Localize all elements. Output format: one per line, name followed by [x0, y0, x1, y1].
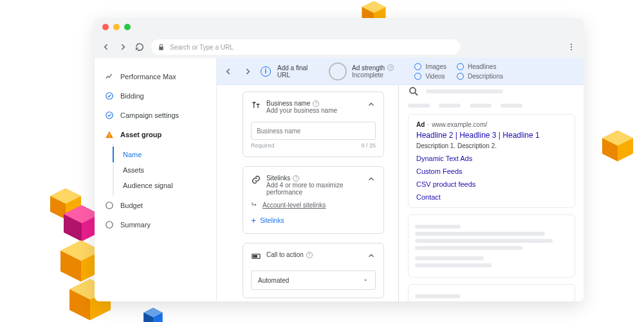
browser-window: Search or Type a URL Performance Max Bid…: [95, 18, 584, 301]
svg-point-6: [106, 222, 113, 229]
ad-description: Description 1. Description 2.: [416, 142, 567, 149]
ad-strength-label: Ad strength: [352, 64, 385, 71]
ad-sitelink[interactable]: Contact: [416, 193, 567, 201]
sidebar-item-bidding[interactable]: Bidding: [95, 86, 216, 106]
check-headlines: Headlines: [457, 63, 503, 70]
account-sitelinks-link[interactable]: Account-level sitelinks: [251, 201, 376, 209]
cta-box-icon: [251, 251, 261, 261]
next-step-button[interactable]: [241, 65, 254, 78]
sidebar-item-label: Bidding: [120, 92, 144, 100]
ad-preview-skeleton: [408, 284, 575, 301]
check-circle-icon: [105, 91, 114, 100]
ad-preview-text-ad: Ad · www.example.com/ Headline 2 | Headl…: [408, 114, 575, 208]
ad-label: Ad: [416, 121, 425, 128]
reload-icon[interactable]: [134, 42, 145, 52]
text-icon: [251, 100, 261, 110]
lock-icon: [158, 44, 165, 51]
sidebar-item-campaign-settings[interactable]: Campaign settings: [95, 106, 216, 125]
ad-sitelink[interactable]: CSV product feeds: [416, 180, 567, 188]
trend-icon: [105, 72, 114, 81]
card-title-text: Call to action: [266, 251, 304, 258]
forward-icon[interactable]: [118, 42, 128, 52]
card-title-text: Business name: [266, 100, 310, 107]
ad-domain: www.example.com/: [432, 121, 487, 128]
main-panel: i Add a final URL Ad strength ? Incomple…: [217, 58, 584, 301]
ad-strength-value: Incomplete: [352, 71, 394, 79]
add-sitelinks-button[interactable]: + Sitelinks: [251, 215, 376, 225]
address-bar: Search or Type a URL: [95, 36, 584, 58]
url-placeholder: Search or Type a URL: [170, 44, 234, 51]
plus-icon: +: [251, 215, 256, 225]
sitelinks-card: Sitelinks? Add 4 or more to maximize per…: [243, 166, 384, 234]
cta-select[interactable]: Automated: [251, 270, 376, 290]
sidebar-item-label: Summary: [120, 221, 151, 229]
ad-sitelink[interactable]: Custom Feeds: [416, 167, 567, 175]
window-controls: [95, 18, 584, 36]
sidebar-item-asset-group[interactable]: Asset group: [95, 125, 216, 144]
topbar: i Add a final URL Ad strength ? Incomple…: [217, 58, 584, 85]
ad-preview: Ad · www.example.com/ Headline 2 | Headl…: [398, 85, 584, 301]
sidebar-item-performance-max[interactable]: Performance Max: [95, 67, 216, 86]
card-subtitle: Add your business name: [266, 107, 362, 114]
info-icon: i: [261, 66, 271, 77]
call-to-action-card: Call to action? Automated: [243, 243, 384, 298]
maximize-window-icon[interactable]: [124, 24, 131, 30]
sidebar-subitem-assets[interactable]: Assets: [114, 162, 216, 178]
svg-point-0: [571, 44, 572, 45]
close-window-icon[interactable]: [102, 24, 109, 30]
help-icon[interactable]: ?: [313, 100, 319, 107]
back-icon[interactable]: [101, 42, 111, 52]
sidebar-item-label: Budget: [120, 202, 143, 209]
card-title-text: Sitelinks: [266, 175, 290, 182]
radio-empty-icon: [105, 220, 114, 229]
ad-sitelink[interactable]: Dynamic Text Ads: [416, 155, 567, 162]
ad-preview-skeleton: [408, 214, 575, 278]
char-counter: 0 / 25: [361, 142, 376, 149]
final-url-label: Add a final URL: [277, 64, 316, 79]
business-name-card: Business name? Add your business name Re…: [243, 91, 384, 157]
caret-down-icon: [362, 277, 369, 283]
sidebar-subitem-name[interactable]: Name: [113, 147, 216, 162]
ad-strength-ring-icon: [329, 62, 347, 80]
svg-point-1: [571, 46, 572, 48]
sidebar-item-label: Campaign settings: [120, 111, 179, 119]
sidebar-item-summary[interactable]: Summary: [95, 215, 216, 234]
check-circle-icon: [105, 111, 114, 120]
required-label: Required: [251, 142, 275, 149]
subdirectory-icon: [251, 201, 259, 209]
campaign-sidebar: Performance Max Bidding Campaign setting…: [95, 58, 217, 301]
card-subtitle: Add 4 or more to maximize performance: [266, 182, 362, 196]
svg-point-5: [106, 202, 113, 209]
business-name-input[interactable]: [251, 122, 376, 140]
check-videos: Videos: [414, 73, 446, 80]
svg-point-9: [410, 88, 416, 93]
check-images: Images: [414, 63, 446, 70]
sidebar-subitem-audience-signal[interactable]: Audience signal: [114, 178, 216, 193]
warning-icon: [105, 130, 114, 139]
minimize-window-icon[interactable]: [113, 24, 120, 30]
url-input[interactable]: Search or Type a URL: [151, 39, 460, 55]
chevron-up-icon[interactable]: [367, 100, 376, 109]
help-icon[interactable]: ?: [293, 175, 299, 182]
search-icon: [408, 86, 419, 97]
prev-step-button[interactable]: [222, 65, 235, 78]
link-icon: [251, 175, 261, 185]
cta-selected-value: Automated: [258, 277, 289, 284]
sidebar-item-label: Asset group: [120, 131, 161, 138]
help-icon[interactable]: ?: [306, 252, 313, 258]
sidebar-item-label: Performance Max: [120, 73, 176, 80]
chevron-up-icon[interactable]: [367, 251, 376, 260]
svg-point-2: [571, 49, 572, 50]
sidebar-item-budget[interactable]: Budget: [95, 196, 216, 215]
check-descriptions: Descriptions: [457, 73, 503, 80]
chevron-up-icon[interactable]: [367, 175, 376, 184]
ad-headline: Headline 2 | Headline 3 | Headline 1: [416, 131, 567, 140]
radio-empty-icon: [105, 201, 114, 210]
svg-rect-8: [253, 256, 257, 258]
more-menu-icon[interactable]: [566, 41, 577, 53]
help-icon[interactable]: ?: [387, 64, 394, 71]
